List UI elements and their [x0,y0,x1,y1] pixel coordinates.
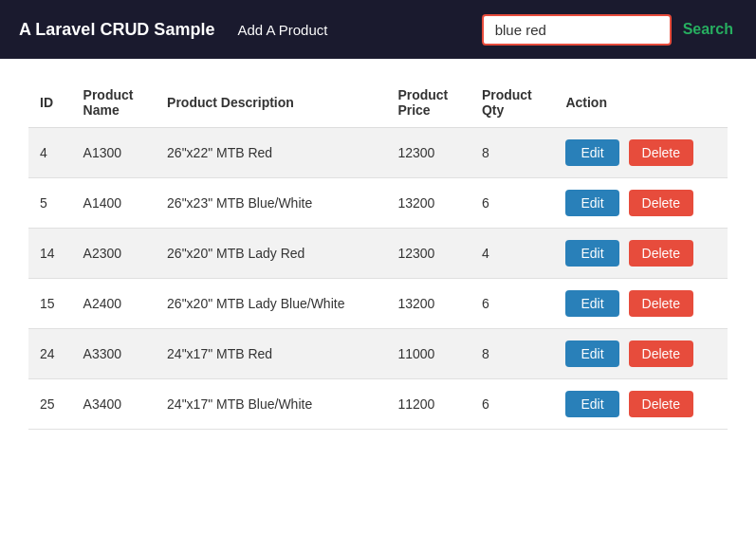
col-name: ProductName [72,78,157,128]
cell-qty: 6 [470,379,555,430]
col-description: Product Description [156,78,386,128]
edit-button[interactable]: Edit [565,139,618,166]
cell-id: 25 [28,379,72,430]
cell-name: A2300 [72,229,157,279]
header: A Laravel CRUD Sample Add A Product Sear… [0,0,756,59]
action-buttons: EditDelete [565,290,716,317]
table-container: ID ProductName Product Description Produ… [0,59,756,449]
cell-price: 12300 [386,229,470,279]
cell-id: 5 [28,178,72,229]
table-header: ID ProductName Product Description Produ… [28,78,728,128]
table-row: 24A330024"x17" MTB Red110008EditDelete [28,329,728,379]
cell-qty: 8 [470,329,555,379]
cell-name: A3300 [72,329,157,379]
cell-action: EditDelete [554,128,728,178]
cell-description: 24"x17" MTB Red [156,329,386,379]
edit-button[interactable]: Edit [565,240,618,267]
table-row: 5A140026"x23" MTB Blue/White132006EditDe… [28,178,728,229]
delete-button[interactable]: Delete [629,240,693,267]
cell-name: A3400 [72,379,157,430]
search-button[interactable]: Search [679,15,737,44]
delete-button[interactable]: Delete [629,290,693,317]
table-row: 4A130026"x22" MTB Red123008EditDelete [28,128,728,178]
cell-name: A2400 [72,279,157,329]
edit-button[interactable]: Edit [565,391,618,417]
cell-price: 13200 [386,178,470,229]
cell-id: 24 [28,329,72,379]
cell-action: EditDelete [554,379,728,430]
action-buttons: EditDelete [565,240,716,267]
action-buttons: EditDelete [565,139,716,166]
app-title: A Laravel CRUD Sample [19,20,214,40]
header-left: A Laravel CRUD Sample Add A Product [19,20,327,40]
edit-button[interactable]: Edit [565,290,618,317]
cell-name: A1400 [72,178,157,229]
action-buttons: EditDelete [565,190,716,216]
cell-description: 24"x17" MTB Blue/White [156,379,386,430]
col-id: ID [28,78,72,128]
cell-price: 12300 [386,128,470,178]
delete-button[interactable]: Delete [629,391,693,417]
cell-qty: 6 [470,279,555,329]
cell-id: 4 [28,128,72,178]
cell-price: 13200 [386,279,470,329]
table-row: 14A230026"x20" MTB Lady Red123004EditDel… [28,229,728,279]
delete-button[interactable]: Delete [629,139,693,166]
action-buttons: EditDelete [565,340,716,367]
edit-button[interactable]: Edit [565,340,618,367]
cell-action: EditDelete [554,279,728,329]
cell-description: 26"x20" MTB Lady Red [156,229,386,279]
table-body: 4A130026"x22" MTB Red123008EditDelete5A1… [28,128,728,430]
cell-description: 26"x20" MTB Lady Blue/White [156,279,386,329]
products-table: ID ProductName Product Description Produ… [28,78,728,430]
table-row: 15A240026"x20" MTB Lady Blue/White132006… [28,279,728,329]
cell-action: EditDelete [554,178,728,229]
cell-action: EditDelete [554,329,728,379]
search-input[interactable] [482,14,672,46]
table-row: 25A340024"x17" MTB Blue/White112006EditD… [28,379,728,430]
col-qty: ProductQty [470,78,555,128]
header-right: Search [482,14,737,46]
cell-price: 11200 [386,379,470,430]
action-buttons: EditDelete [565,391,716,417]
col-price: ProductPrice [386,78,470,128]
delete-button[interactable]: Delete [629,190,693,216]
cell-qty: 6 [470,178,555,229]
cell-id: 15 [28,279,72,329]
cell-description: 26"x22" MTB Red [156,128,386,178]
cell-id: 14 [28,229,72,279]
cell-qty: 8 [470,128,555,178]
delete-button[interactable]: Delete [629,340,693,367]
cell-price: 11000 [386,329,470,379]
col-action: Action [554,78,728,128]
cell-qty: 4 [470,229,555,279]
edit-button[interactable]: Edit [565,190,618,216]
add-product-link[interactable]: Add A Product [237,22,327,38]
cell-name: A1300 [72,128,157,178]
cell-action: EditDelete [554,229,728,279]
cell-description: 26"x23" MTB Blue/White [156,178,386,229]
